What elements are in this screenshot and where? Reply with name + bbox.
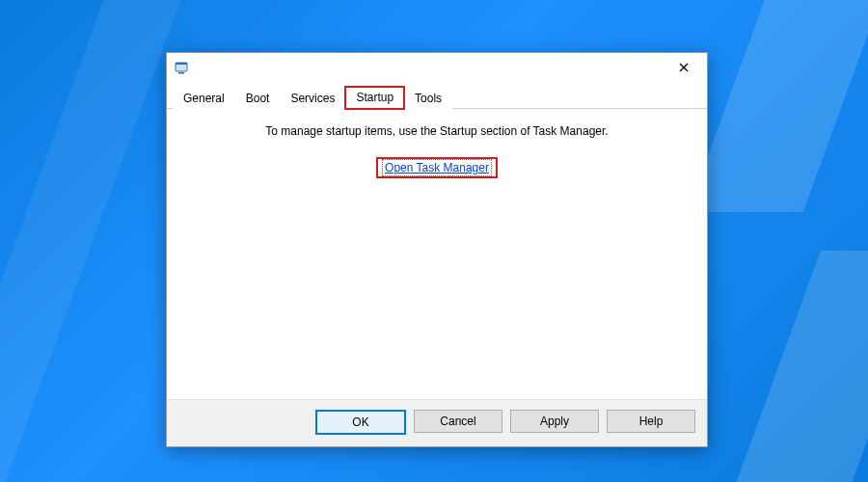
dialog-button-row: OK Cancel Apply Help: [167, 399, 707, 446]
titlebar: [167, 53, 707, 82]
close-button[interactable]: [662, 53, 705, 82]
msconfig-window: General Boot Services Startup Tools To m…: [166, 52, 708, 447]
ok-button[interactable]: OK: [315, 410, 406, 435]
cancel-button[interactable]: Cancel: [414, 410, 502, 433]
svg-rect-2: [178, 72, 184, 74]
instruction-text: To manage startup items, use the Startup…: [176, 124, 697, 138]
open-task-manager-link[interactable]: Open Task Manager: [384, 161, 490, 174]
app-icon: [175, 60, 190, 75]
tab-boot[interactable]: Boot: [235, 88, 281, 109]
close-icon: [679, 63, 689, 72]
tab-general[interactable]: General: [173, 88, 235, 109]
tab-services[interactable]: Services: [280, 88, 345, 109]
desktop-wallpaper: General Boot Services Startup Tools To m…: [0, 0, 868, 482]
svg-rect-1: [176, 63, 187, 65]
apply-button[interactable]: Apply: [510, 410, 599, 433]
link-highlight-box: Open Task Manager: [378, 159, 496, 176]
help-button[interactable]: Help: [607, 410, 695, 433]
tab-strip: General Boot Services Startup Tools: [167, 82, 707, 109]
tab-content-startup: To manage startup items, use the Startup…: [167, 109, 707, 399]
tab-tools[interactable]: Tools: [404, 88, 452, 109]
tab-startup[interactable]: Startup: [345, 87, 404, 109]
